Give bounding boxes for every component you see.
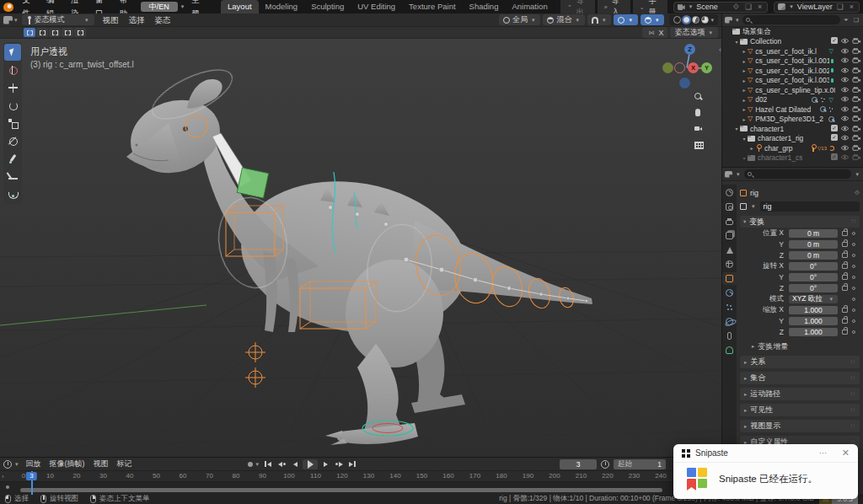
expand-arrow-icon[interactable]: ▾ [741,136,748,142]
select-mode-3[interactable] [62,28,73,37]
workspace-tab-sculpting[interactable]: Sculpting [304,0,351,13]
drag-handle-icon[interactable]: ∷ [851,391,855,398]
pin-icon[interactable]: ⟐ [732,3,741,12]
workspace-tab-rendering[interactable]: Rendering [555,0,558,13]
eye-icon[interactable] [840,37,850,46]
eye-icon[interactable] [840,105,850,114]
outliner-row-cs_user_c_foot_ik.l.002[interactable]: ▸▽cs_user_c_foot_ik.l.002 [722,66,863,76]
lock-icon[interactable] [842,319,848,324]
outliner-row-cs_user_c_spline_tip.x.001[interactable]: ▸▽cs_user_c_spline_tip.x.001 [722,85,863,95]
jump-to-start-button[interactable] [262,459,274,469]
mesh-data-icon[interactable]: ▽ [829,97,834,103]
value-field[interactable]: 0° [789,273,838,282]
lock-icon[interactable] [842,330,848,335]
expand-arrow-icon[interactable]: ▸ [741,97,748,103]
tool-transform[interactable] [4,132,21,149]
mesh-data-icon[interactable] [831,68,834,72]
chevron-down-icon[interactable]: ▾ [15,461,19,468]
pan-button[interactable] [691,105,705,120]
eye-icon[interactable] [840,86,850,94]
play-button[interactable] [303,459,318,469]
lock-icon[interactable] [842,253,848,258]
lock-icon[interactable] [842,308,848,313]
keyframe-dot-icon[interactable] [852,232,855,235]
viewport-3d[interactable]: 用户透视 (3) rig : c_arm_twist_offset.l ‹ Z … [0,39,721,457]
value-field[interactable]: 0° [789,284,838,293]
close-icon[interactable]: ✕ [842,448,850,458]
gizmo-z-axis[interactable]: Z [684,44,695,55]
camera-render-icon[interactable] [852,134,861,142]
keyframe-dot-icon[interactable] [852,308,855,312]
gizmo-x-axis[interactable]: X [688,62,699,73]
mirror-x-toggle[interactable]: ⋈X [642,27,667,38]
timeline-ruler[interactable]: 0102030405060708090100110120130140150160… [0,471,721,482]
outliner-row-cs_user_c_foot_ik.l.001[interactable]: ▸▽cs_user_c_foot_ik.l.001 [722,56,863,67]
eye-icon[interactable] [840,134,850,142]
tool-measure[interactable] [4,168,21,185]
expand-arrow-icon[interactable]: ▸ [741,67,748,73]
workspace-tab-shading[interactable]: Shading [463,0,506,13]
camera-view-button[interactable] [691,121,705,136]
transform-panel-header[interactable]: ▾变换∷ [740,216,860,228]
eye-icon[interactable] [840,125,850,133]
eye-icon[interactable] [840,56,850,65]
gizmo-x-neg-axis[interactable] [674,62,685,73]
shading-material-icon[interactable] [692,16,700,24]
more-options-icon[interactable]: ⋯ [819,448,828,458]
workspace-tab-uv-editing[interactable]: UV Editing [351,0,402,13]
select-mode-1[interactable] [36,28,48,37]
chevron-down-icon[interactable]: ▾ [256,461,260,468]
filter-icon[interactable]: ⏷ [844,17,849,24]
expand-arrow-icon[interactable]: ▸ [741,78,748,83]
selected-bone-green[interactable] [237,168,269,198]
jump-to-end-button[interactable] [346,459,358,469]
next-frame-button[interactable] [319,459,331,469]
value-field[interactable]: 0 m [789,240,838,249]
tool-box-select[interactable] [4,44,21,61]
timeline-scrollbar[interactable] [20,488,662,492]
close-icon[interactable]: × [756,3,764,11]
timeline-menu-回放[interactable]: 回放 [22,458,46,469]
expand-arrow-icon[interactable]: ▸ [741,87,748,93]
tool-move[interactable] [4,79,21,96]
outliner-row-cs_user_c_foot_ik.l.003[interactable]: ▸▽cs_user_c_foot_ik.l.003 [722,76,863,86]
camera-render-icon[interactable] [852,115,861,123]
language-dropdown-icon[interactable]: ▾ [181,3,185,10]
camera-render-icon[interactable] [852,76,861,84]
properties-search-input[interactable] [744,169,852,179]
workspace-tab-modeling[interactable]: Modeling [259,0,305,13]
workspace-tab-animation[interactable]: Animation [505,0,554,13]
scene-selector[interactable]: ▾ Scene ⟐ ❏ × [673,2,769,13]
viewport-menu-姿态[interactable]: 姿态 [150,13,176,27]
keyframe-dot-icon[interactable] [852,265,855,268]
value-field[interactable]: 0 m [789,229,838,239]
camera-render-icon[interactable] [852,95,861,104]
orientation-dropdown[interactable]: 全局▾ [499,14,541,25]
keyframe-dot-icon[interactable] [852,319,855,323]
ortho-toggle-button[interactable] [691,137,705,152]
modifier-icon[interactable] [812,97,817,103]
eye-icon[interactable] [840,67,850,75]
next-keyframe-button[interactable] [333,459,345,469]
keyframe-dot-icon[interactable] [852,243,855,246]
expand-arrow-icon[interactable]: ▸ [741,106,748,112]
editor-type-icon[interactable] [3,16,13,24]
new-scene-icon[interactable]: ❏ [743,3,753,11]
outliner-row-character1[interactable]: ▾character1✓ [722,124,863,134]
viewport-menu-视图[interactable]: 视图 [98,13,124,27]
pose-icon[interactable] [810,144,817,152]
camera-render-icon[interactable] [852,144,861,153]
eye-icon[interactable] [840,76,850,84]
chevron-down-icon[interactable]: ▾ [855,171,859,178]
navigation-gizmo[interactable]: Z X Y [661,42,716,91]
outliner-row-Collection[interactable]: ▾Collection✓ [722,37,863,47]
snipaste-window[interactable]: Snipaste ⋯ ✕ Snipaste 已经在运行。 [673,444,858,499]
snap-target-dropdown[interactable]: ▾ [614,14,638,25]
timeline-track[interactable] [0,482,721,495]
new-layer-icon[interactable]: ❏ [835,3,845,11]
lock-icon[interactable] [842,275,848,280]
panel-关系[interactable]: ▸关系∷ [740,356,860,368]
workspace-tab-layout[interactable]: Layout [221,0,259,13]
expand-arrow-icon[interactable]: ▾ [741,155,748,161]
gizmo-y-neg-axis[interactable] [662,62,673,73]
